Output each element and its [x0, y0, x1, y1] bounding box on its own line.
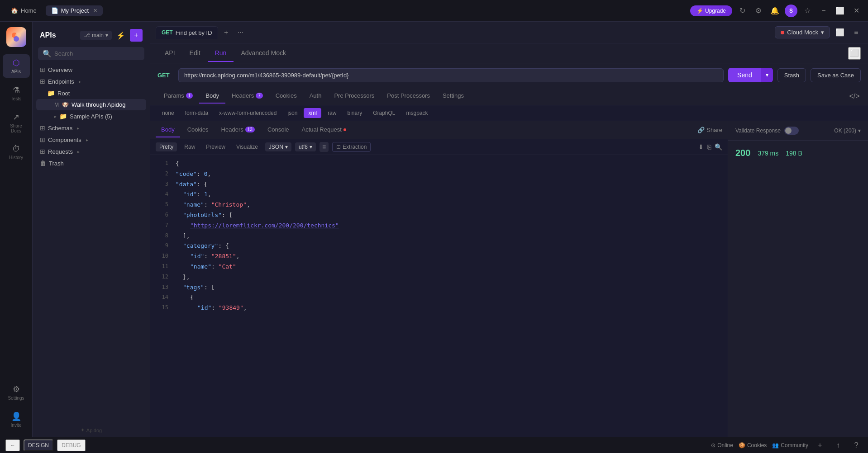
- body-subtab-form-data[interactable]: form-data: [181, 108, 213, 118]
- sidebar-item-settings[interactable]: ⚙ Settings: [3, 381, 30, 404]
- param-tab-params[interactable]: Params 1: [157, 89, 199, 104]
- search-input[interactable]: [54, 50, 140, 57]
- upgrade-button[interactable]: ⚡ Upgrade: [690, 5, 732, 16]
- sidebar-item-share-docs[interactable]: ↗ Share Docs: [3, 109, 30, 137]
- cookies-button[interactable]: 🍪 Cookies: [739, 442, 767, 448]
- body-subtab-none[interactable]: none: [157, 108, 179, 118]
- wrap-button[interactable]: ≡: [320, 142, 329, 152]
- tree-item-schemas[interactable]: ⊞ Schemas ▸: [36, 122, 146, 134]
- param-tab-body[interactable]: Body: [199, 89, 225, 104]
- url-input[interactable]: [178, 68, 724, 82]
- download-icon[interactable]: ⬇: [698, 143, 704, 151]
- home-tab[interactable]: 🏠 Home: [5, 5, 42, 16]
- sidebar-item-apis[interactable]: ⬡ APIs: [3, 54, 30, 78]
- branch-selector[interactable]: ⎇ main ▾: [80, 31, 112, 40]
- param-tab-settings[interactable]: Settings: [436, 89, 470, 104]
- back-arrow-button[interactable]: ←: [5, 439, 20, 451]
- view-preview[interactable]: Preview: [202, 142, 229, 151]
- sidebar-item-tests[interactable]: ⚗ Tests: [3, 81, 30, 105]
- find-pet-tab[interactable]: GET Find pet by ID: [156, 26, 218, 39]
- refresh-button[interactable]: ↻: [736, 5, 749, 17]
- body-subtab-binary[interactable]: binary: [343, 108, 367, 118]
- tree-item-root[interactable]: 📁 Root: [36, 87, 146, 99]
- body-subtab-msgpack[interactable]: msgpack: [402, 108, 433, 118]
- minimize-button[interactable]: −: [817, 5, 830, 17]
- code-view-toggle[interactable]: </>: [848, 90, 861, 103]
- send-button[interactable]: Send: [728, 68, 761, 82]
- debug-tab-button[interactable]: DEBUG: [57, 439, 86, 451]
- view-raw[interactable]: Raw: [181, 142, 199, 151]
- param-tab-post-processors[interactable]: Post Processors: [381, 89, 436, 104]
- expand-icon: ▸: [54, 114, 57, 119]
- share-bottom-button[interactable]: ↑: [832, 439, 844, 452]
- param-tab-headers[interactable]: Headers 7: [225, 89, 269, 104]
- stash-button[interactable]: Stash: [777, 68, 806, 82]
- search-response-icon[interactable]: 🔍: [715, 143, 722, 151]
- online-status[interactable]: ⊙ Online: [711, 442, 733, 448]
- community-button[interactable]: 👥 Community: [772, 442, 808, 448]
- settings-button[interactable]: ⚙: [752, 5, 765, 17]
- tab-run[interactable]: Run: [208, 45, 234, 62]
- body-subtab-xml[interactable]: xml: [304, 108, 321, 118]
- close-tab-icon[interactable]: ✕: [93, 8, 97, 14]
- code-line-15: 15 "id": "93849",: [150, 303, 728, 313]
- share-button[interactable]: 🔗 Share: [697, 127, 722, 133]
- param-tab-cookies[interactable]: Cookies: [269, 89, 303, 104]
- main-layout: ⬡ APIs ⚗ Tests ↗ Share Docs ⏱ History ⚙ …: [0, 22, 868, 437]
- add-tab-button[interactable]: +: [220, 26, 233, 39]
- view-pretty[interactable]: Pretty: [156, 142, 177, 151]
- help-button[interactable]: ?: [850, 439, 863, 452]
- project-tab[interactable]: 📄 My Project ✕: [46, 5, 103, 16]
- avatar[interactable]: S: [785, 5, 797, 17]
- param-tab-auth[interactable]: Auth: [303, 89, 328, 104]
- tree-item-walk-through[interactable]: M 🐶 Walk through Apidog: [36, 99, 146, 110]
- add-bottom-button[interactable]: +: [814, 439, 826, 452]
- close-window-button[interactable]: ✕: [850, 5, 863, 17]
- maximize-button[interactable]: ⬜: [834, 5, 846, 17]
- resp-tab-cookies[interactable]: Cookies: [182, 123, 214, 137]
- more-tabs-button[interactable]: ···: [234, 26, 247, 39]
- branch-label: main: [92, 32, 104, 38]
- body-subtab-urlencoded[interactable]: x-www-form-urlencoded: [215, 108, 281, 118]
- encoding-selector[interactable]: utf8 ▾: [295, 142, 316, 151]
- sidebar-toggle-button[interactable]: ≡: [850, 26, 863, 39]
- tab-api[interactable]: API: [157, 45, 182, 62]
- filter-button[interactable]: ⚡: [114, 29, 127, 42]
- view-visualize[interactable]: Visualize: [233, 142, 262, 151]
- tab-api-label: API: [165, 49, 175, 57]
- resp-tab-headers[interactable]: Headers 13: [216, 123, 260, 137]
- resp-tab-actual-request[interactable]: Actual Request: [296, 123, 352, 137]
- bell-button[interactable]: 🔔: [768, 5, 781, 17]
- layout-toggle-button[interactable]: ⬜: [834, 26, 846, 39]
- tab-edit[interactable]: Edit: [182, 45, 208, 62]
- param-tab-pre-processors[interactable]: Pre Processors: [328, 89, 381, 104]
- extraction-button[interactable]: ⊡ Extraction: [332, 142, 371, 152]
- validate-toggle[interactable]: [784, 127, 799, 135]
- format-selector[interactable]: JSON ▾: [265, 142, 291, 151]
- secondary-tabs: API Edit Run Advanced Mock ⬜: [150, 43, 868, 63]
- resp-tab-body[interactable]: Body: [156, 123, 180, 137]
- tree-item-trash[interactable]: 🗑 Trash: [36, 157, 146, 169]
- body-subtab-graphql[interactable]: GraphQL: [368, 108, 400, 118]
- design-tab-button[interactable]: DESIGN: [24, 439, 53, 451]
- tree-item-requests[interactable]: ⊞ Requests ▸: [36, 146, 146, 157]
- tree-item-sample-apis[interactable]: ▸ 📁 Sample APIs (5): [36, 110, 146, 122]
- copy-icon[interactable]: ⎘: [707, 143, 711, 151]
- cloud-mock-selector[interactable]: Cloud Mock ▾: [775, 26, 830, 38]
- tree-item-components[interactable]: ⊞ Components ▸: [36, 134, 146, 146]
- sidebar-item-history[interactable]: ⏱ History: [3, 141, 30, 164]
- add-endpoint-button[interactable]: +: [130, 29, 143, 42]
- sidebar-item-invite[interactable]: 👤 Invite: [3, 408, 30, 431]
- save-case-button[interactable]: Save as Case: [811, 68, 861, 82]
- resp-tab-console[interactable]: Console: [262, 123, 295, 137]
- tree-item-endpoints[interactable]: ⊞ Endpoints ▸: [36, 76, 146, 87]
- cookies-tab-label: Cookies: [276, 92, 297, 99]
- tree-item-overview[interactable]: ⊞ Overview: [36, 64, 146, 76]
- send-dropdown-button[interactable]: ▾: [761, 68, 773, 82]
- star-button[interactable]: ☆: [801, 5, 814, 17]
- code-line-8: 8 ],: [150, 231, 728, 241]
- body-subtab-json[interactable]: json: [283, 108, 302, 118]
- tab-advanced-mock[interactable]: Advanced Mock: [234, 45, 293, 62]
- split-view-button[interactable]: ⬜: [848, 47, 861, 60]
- body-subtab-raw[interactable]: raw: [323, 108, 341, 118]
